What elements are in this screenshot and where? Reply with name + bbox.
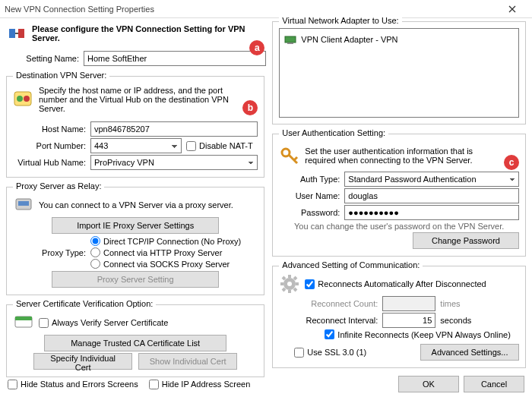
server-icon bbox=[13, 89, 34, 110]
svg-rect-10 bbox=[287, 43, 293, 44]
adapter-legend: Virtual Network Adapter to Use: bbox=[279, 16, 401, 25]
cert-legend: Server Certificate Verification Option: bbox=[13, 299, 156, 308]
specify-cert-button[interactable]: Specify Individual Cert bbox=[33, 353, 132, 370]
reconnect-interval-unit: seconds bbox=[440, 316, 471, 325]
setting-name-label: Setting Name: bbox=[6, 54, 79, 63]
destination-legend: Destination VPN Server: bbox=[13, 71, 109, 80]
password-hint: You can change the user's password on th… bbox=[294, 222, 504, 231]
svg-rect-9 bbox=[285, 36, 296, 43]
auth-group: User Authentication Setting: Set the use… bbox=[272, 134, 526, 257]
auth-type-select[interactable]: Standard Password Authentication bbox=[344, 172, 519, 187]
disable-nat-checkbox[interactable]: Disable NAT-T bbox=[186, 141, 253, 151]
svg-rect-6 bbox=[18, 201, 29, 206]
proxy-radio-direct[interactable]: Direct TCP/IP Connection (No Proxy) bbox=[90, 235, 258, 247]
infinite-reconnect-checkbox[interactable]: Infinite Reconnects (Keep VPN Always Onl… bbox=[325, 329, 510, 339]
username-label: User Name: bbox=[279, 191, 340, 200]
adapter-list[interactable]: VPN Client Adapter - VPN bbox=[279, 28, 519, 118]
svg-point-4 bbox=[24, 96, 30, 102]
svg-rect-1 bbox=[18, 29, 24, 38]
port-select[interactable]: 443 bbox=[90, 138, 182, 153]
cancel-button[interactable]: Cancel bbox=[464, 376, 524, 392]
proxy-legend: Proxy Server as Relay: bbox=[13, 181, 104, 191]
gear-icon bbox=[279, 273, 300, 295]
hide-ip-checkbox[interactable]: Hide IP Address Screen bbox=[149, 380, 251, 389]
intro-row: Please configure the VPN Connection Sett… bbox=[6, 21, 264, 46]
adapter-item-label: VPN Client Adapter - VPN bbox=[301, 35, 397, 44]
ok-button[interactable]: OK bbox=[398, 376, 459, 392]
svg-point-3 bbox=[17, 96, 23, 102]
footer: Hide Status and Errors Screens Hide IP A… bbox=[0, 373, 532, 395]
proxy-icon bbox=[13, 194, 34, 216]
svg-point-13 bbox=[287, 282, 292, 286]
destination-group: Destination VPN Server: Specify the host… bbox=[6, 76, 264, 178]
auth-hint: Set the user authentication information … bbox=[305, 147, 499, 165]
cert-group: Server Certificate Verification Option: … bbox=[6, 304, 264, 377]
title-bar: New VPN Connection Setting Properties bbox=[0, 0, 532, 18]
username-input[interactable] bbox=[344, 188, 519, 203]
destination-hint: Specify the host name or IP address, and… bbox=[39, 86, 241, 113]
badge-c: c bbox=[504, 155, 519, 170]
key-icon bbox=[279, 145, 300, 166]
ssl3-checkbox[interactable]: Use SSL 3.0 (1) bbox=[294, 348, 366, 358]
password-input[interactable] bbox=[344, 205, 519, 220]
cert-icon bbox=[13, 312, 34, 333]
advanced-settings-button[interactable]: Advanced Settings... bbox=[420, 344, 519, 361]
show-cert-button: Show Individual Cert bbox=[138, 353, 237, 370]
manage-ca-button[interactable]: Manage Trusted CA Certificate List bbox=[44, 335, 226, 351]
advanced-group: Advanced Setting of Communication: Recon… bbox=[272, 266, 526, 368]
hub-label: Virtual Hub Name: bbox=[13, 158, 86, 167]
adapter-group: Virtual Network Adapter to Use: VPN Clie… bbox=[272, 21, 526, 124]
window-title: New VPN Connection Setting Properties bbox=[5, 5, 497, 14]
proxy-setting-button: Proxy Server Setting bbox=[52, 271, 219, 288]
intro-text: Please configure the VPN Connection Sett… bbox=[32, 24, 264, 43]
host-input[interactable] bbox=[90, 121, 258, 137]
hub-select[interactable]: ProPrivacy VPN bbox=[90, 155, 258, 170]
port-label: Port Number: bbox=[13, 141, 86, 150]
proxy-type-label: Proxy Type: bbox=[13, 248, 86, 257]
setting-name-input[interactable] bbox=[84, 51, 266, 66]
hide-status-checkbox[interactable]: Hide Status and Errors Screens bbox=[8, 380, 138, 389]
nic-icon bbox=[284, 33, 296, 46]
auth-legend: User Authentication Setting: bbox=[279, 128, 388, 137]
badge-b: b bbox=[242, 100, 258, 115]
proxy-radio-socks[interactable]: Connect via SOCKS Proxy Server bbox=[90, 258, 258, 269]
advanced-legend: Advanced Setting of Communication: bbox=[279, 260, 423, 269]
host-label: Host Name: bbox=[13, 124, 86, 134]
reconnect-auto-checkbox[interactable]: Reconnects Automatically After Disconnec… bbox=[305, 279, 486, 289]
svg-rect-0 bbox=[9, 29, 15, 38]
proxy-group: Proxy Server as Relay: You can connect t… bbox=[6, 187, 264, 295]
always-verify-checkbox[interactable]: Always Verify Server Certificate bbox=[39, 318, 168, 328]
change-password-button[interactable]: Change Password bbox=[413, 232, 519, 249]
close-button[interactable] bbox=[497, 0, 527, 18]
import-ie-button[interactable]: Import IE Proxy Server Settings bbox=[52, 217, 219, 234]
svg-rect-8 bbox=[15, 317, 32, 320]
reconnect-interval-input[interactable] bbox=[382, 313, 435, 328]
connection-icon bbox=[6, 23, 27, 44]
adapter-item[interactable]: VPN Client Adapter - VPN bbox=[283, 32, 515, 47]
auth-type-label: Auth Type: bbox=[279, 175, 340, 184]
close-icon bbox=[508, 5, 516, 13]
password-label: Password: bbox=[279, 208, 340, 217]
reconnect-count-label: Reconnect Count: bbox=[279, 299, 378, 308]
proxy-hint: You can connect to a VPN Server via a pr… bbox=[39, 200, 233, 210]
reconnect-interval-label: Reconnect Interval: bbox=[279, 316, 378, 325]
proxy-radio-http[interactable]: Connect via HTTP Proxy Server bbox=[90, 247, 258, 258]
reconnect-count-unit: times bbox=[440, 299, 460, 308]
reconnect-count-input bbox=[382, 296, 435, 311]
